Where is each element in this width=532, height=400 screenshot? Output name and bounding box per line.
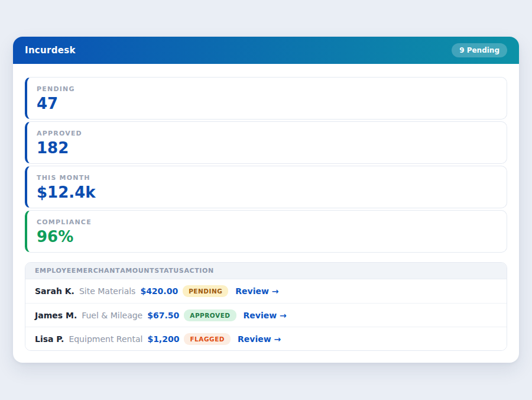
table-row: James M. Fuel & Mileage $67.50 APPROVED … bbox=[25, 303, 507, 327]
stat-card-pending: PENDING 47 bbox=[25, 77, 507, 120]
stat-value: 182 bbox=[37, 140, 497, 157]
column-header-amount: AMOUNT bbox=[120, 267, 154, 275]
table-row: Lisa P. Equipment Rental $1,200 FLAGGED … bbox=[25, 327, 507, 350]
stat-label: COMPLIANCE bbox=[37, 218, 497, 226]
column-header-merchant: MERCHANT bbox=[76, 267, 120, 275]
employee-name: Lisa P. bbox=[35, 334, 64, 344]
column-header-action: ACTION bbox=[184, 267, 213, 275]
stat-label: APPROVED bbox=[37, 130, 497, 137]
table-header-row: EMPLOYEEMERCHANTAMOUNTSTATUSACTION bbox=[25, 263, 507, 279]
column-header-employee: EMPLOYEE bbox=[35, 267, 76, 275]
status-badge: FLAGGED bbox=[184, 333, 231, 345]
table-row: Sarah K. Site Materials $420.00 PENDING … bbox=[25, 279, 507, 303]
employee-name: Sarah K. bbox=[35, 286, 74, 296]
incurdesk-card: Incurdesk 9 Pending PENDING 47 APPROVED … bbox=[13, 37, 519, 363]
review-link[interactable]: Review → bbox=[244, 311, 287, 320]
status-badge: APPROVED bbox=[184, 309, 236, 321]
stat-card-this-month: THIS MONTH $12.4k bbox=[25, 166, 507, 208]
stat-value: 47 bbox=[37, 95, 497, 112]
app-header: Incurdesk 9 Pending bbox=[13, 37, 519, 64]
merchant-name: Fuel & Mileage bbox=[82, 311, 142, 320]
column-header-status: STATUS bbox=[154, 267, 184, 275]
stat-label: PENDING bbox=[37, 85, 497, 93]
review-link[interactable]: Review → bbox=[235, 286, 278, 296]
review-link[interactable]: Review → bbox=[238, 334, 281, 344]
app-title: Incurdesk bbox=[25, 45, 76, 56]
expense-amount: $420.00 bbox=[140, 286, 178, 296]
main-content: PENDING 47 APPROVED 182 THIS MONTH $12.4… bbox=[13, 64, 519, 363]
employee-name: James M. bbox=[35, 311, 77, 320]
stat-card-compliance: COMPLIANCE 96% bbox=[25, 210, 507, 253]
stat-value: $12.4k bbox=[37, 184, 497, 201]
status-badge: PENDING bbox=[183, 285, 228, 297]
stat-label: THIS MONTH bbox=[37, 174, 497, 182]
pending-count-badge: 9 Pending bbox=[452, 43, 507, 57]
stat-card-approved: APPROVED 182 bbox=[25, 121, 507, 164]
merchant-name: Site Materials bbox=[79, 286, 136, 296]
expenses-table: EMPLOYEEMERCHANTAMOUNTSTATUSACTION Sarah… bbox=[25, 262, 507, 351]
merchant-name: Equipment Rental bbox=[69, 334, 142, 344]
expense-amount: $67.50 bbox=[147, 311, 179, 320]
stat-value: 96% bbox=[37, 228, 497, 246]
expense-amount: $1,200 bbox=[147, 334, 179, 344]
